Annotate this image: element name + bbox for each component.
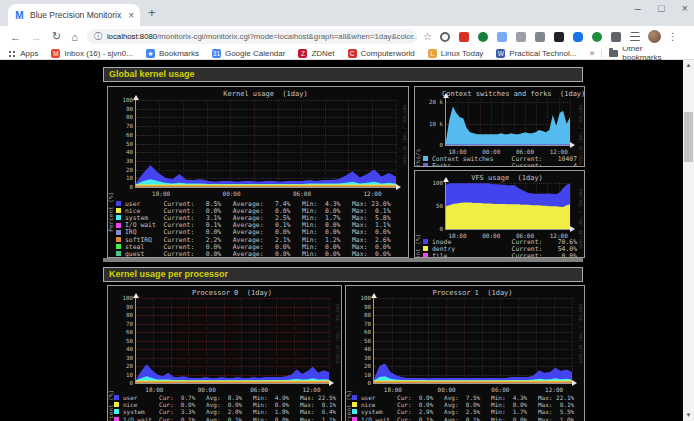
menu-kebab-icon[interactable]: ⋮	[668, 31, 678, 42]
messages-icon[interactable]	[573, 32, 583, 42]
browser-tab[interactable]: M Blue Precision Monitorix ×	[8, 4, 140, 26]
extensions-area	[440, 32, 640, 42]
context-graph[interactable]: 010 k20 k	[445, 98, 570, 146]
x-axis-labels: 18:0000:0006:0012:00	[135, 190, 396, 197]
page-info-icon[interactable]: ⓘ	[94, 31, 102, 42]
cast-icon[interactable]	[535, 32, 545, 42]
bookmark-star-icon[interactable]: ☆	[423, 31, 432, 42]
window-controls: – □ ×	[635, 2, 688, 14]
x-tick-label: 00:00	[438, 386, 456, 393]
proc0-graph[interactable]: 0102030405060708090100	[135, 298, 329, 384]
legend-text: user Cur: 9.0% Avg: 7.5% Min: 4.3% Max: …	[361, 394, 574, 401]
kernel-graph[interactable]: 0102030405060708090100	[135, 100, 396, 188]
back-button[interactable]: ←	[10, 31, 21, 43]
share-green-icon[interactable]	[478, 32, 488, 42]
softIRQ-swatch	[116, 237, 121, 242]
y-tick-label: 30	[113, 355, 133, 361]
y-tick-label: 20	[113, 167, 133, 173]
y-tick-label: 60	[113, 329, 133, 335]
steal-swatch	[116, 244, 121, 249]
bookmark-item[interactable]: ★Bookmarks	[146, 49, 199, 58]
user-swatch	[114, 395, 119, 400]
extensions-puzzle-icon[interactable]	[611, 32, 621, 42]
copy-pages-icon[interactable]	[497, 32, 507, 42]
bookmark-favicon-icon: 31	[212, 49, 221, 58]
bookmark-item[interactable]: MInbox (16) - sjvn0...	[51, 49, 132, 58]
rrdtool-watermark: RRDTOOL / TOBI OETIKER	[578, 189, 583, 249]
address-bar[interactable]: ⓘ localhost:8080/monitorix-cgi/monitorix…	[87, 29, 417, 44]
y-axis-label: CS & forks/s	[414, 148, 421, 167]
dark-app-icon[interactable]	[554, 32, 564, 42]
y-axis-arrow-icon	[443, 177, 449, 182]
y-tick-label: 50	[113, 141, 133, 147]
window-close-button[interactable]: ×	[682, 2, 688, 14]
system-swatch	[352, 409, 357, 414]
gmail-icon[interactable]	[459, 32, 469, 42]
y-tick-label: 10	[113, 175, 133, 181]
system-swatch	[114, 409, 119, 414]
apps-grid-icon[interactable]	[8, 49, 16, 58]
apps-shortcut[interactable]: Apps	[20, 49, 38, 58]
tab-close-icon[interactable]: ×	[128, 10, 134, 21]
bookmarks-overflow-chevron[interactable]: »	[589, 48, 594, 58]
x-axis-arrow-icon	[572, 380, 577, 386]
legend-row: I/O wait Cur: 0.1% Avg: 0.1% Min: 0.0% M…	[114, 416, 339, 421]
y-tick-label: 10	[351, 372, 371, 378]
page-content: Global kernel usage Kernel usage (1day)P…	[0, 60, 694, 421]
x-axis-arrow-icon	[570, 142, 575, 148]
minimize-button[interactable]: –	[635, 2, 641, 14]
new-tab-button[interactable]: +	[148, 5, 156, 20]
x-axis-labels: 18:0000:0006:0012:00	[135, 386, 329, 393]
y-axis-arrow-icon	[443, 93, 449, 98]
legend-text: guest Current: 0.0% Average: 0.0% Min: 0…	[125, 250, 390, 258]
browser-window: M Blue Precision Monitorix × + – □ × ← →…	[0, 0, 694, 60]
rrdtool-watermark: RRDTOOL / TOBI OETIKER	[335, 304, 340, 364]
bookmark-favicon-icon: W	[496, 49, 505, 58]
scroll-up-arrow[interactable]: ▲	[683, 60, 694, 71]
bookmark-item[interactable]: CComputerworld	[348, 49, 415, 58]
tab-bar: M Blue Precision Monitorix × + – □ ×	[0, 0, 694, 26]
legend-row: system Cur: 2.9% Avg: 2.5% Min: 1.7% Max…	[352, 408, 582, 415]
legend-text: nice Cur: 0.0% Avg: 0.0% Min: 0.0% Max: …	[123, 401, 336, 408]
bookmark-label: Linux Today	[441, 49, 484, 58]
profile-avatar[interactable]	[648, 30, 661, 43]
reload-button[interactable]: ↻	[52, 30, 61, 43]
maximize-button[interactable]: □	[658, 2, 665, 14]
bookmark-item[interactable]: ZZDNet	[298, 49, 334, 58]
browser-toolbar: ← → ↻ ⌂ ⓘ localhost:8080/monitorix-cgi/m…	[0, 26, 694, 47]
proc1-graph[interactable]: 0102030405060708090100	[373, 298, 572, 384]
folder-icon	[609, 50, 618, 57]
y-tick-label: 50	[113, 338, 133, 344]
bookmark-item[interactable]: 31Google Calendar	[212, 49, 285, 58]
bookmark-item[interactable]: LLinux Today	[428, 49, 484, 58]
chart-title: Processor 0 (1day)	[135, 289, 329, 297]
y-tick-label: 80	[351, 312, 371, 318]
tune-icon[interactable]	[630, 32, 640, 42]
x-axis-arrow-icon	[570, 226, 575, 232]
rrdtool-watermark: RRDTOOL / TOBI OETIKER	[578, 105, 583, 165]
chart-title: VFS usage (1day)	[442, 174, 572, 182]
processor0-panel: Processor 0 (1day)Percent (%)01020304050…	[107, 285, 342, 421]
url-text: localhost:8080/monitorix-cgi/monitorix.c…	[107, 32, 417, 41]
legend-row: nice Cur: 0.0% Avg: 0.0% Min: 0.0% Max: …	[352, 401, 582, 408]
y-tick-label: 100	[423, 180, 443, 186]
forward-button[interactable]: →	[31, 31, 42, 43]
search-icon[interactable]	[440, 32, 450, 42]
bookmark-favicon-icon: M	[51, 49, 60, 58]
y-tick-label: 70	[113, 123, 133, 129]
x-tick-label: 06:00	[491, 386, 509, 393]
x-tick-label: 12:00	[545, 386, 563, 393]
screenshot-icon[interactable]	[516, 32, 526, 42]
I/O wait-swatch	[114, 417, 119, 421]
context-switches-panel: Context switches and forks (1day)CS & fo…	[414, 86, 585, 167]
bookmark-item[interactable]: WPractical Technol...	[496, 49, 576, 58]
user-swatch	[116, 201, 121, 206]
green-circle-icon[interactable]	[592, 32, 602, 42]
vfs-graph[interactable]: 050100	[445, 182, 570, 230]
scrollbar-thumb[interactable]	[684, 112, 693, 162]
scroll-down-arrow[interactable]: ▼	[683, 410, 694, 421]
home-button[interactable]: ⌂	[71, 31, 78, 43]
bookmark-label: Computerworld	[361, 49, 415, 58]
y-tick-label: 10 k	[423, 121, 443, 127]
x-axis-arrow-icon	[396, 184, 401, 190]
